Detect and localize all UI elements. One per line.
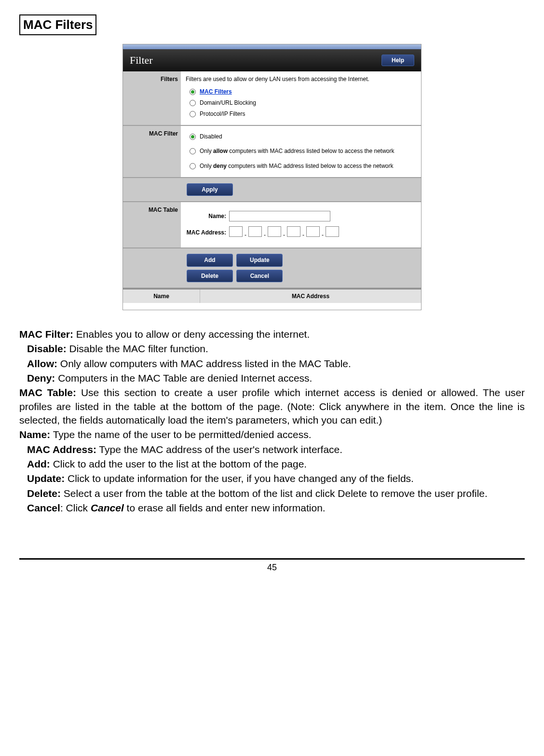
update-button[interactable]: Update bbox=[236, 254, 283, 266]
mac-seg-4[interactable] bbox=[287, 226, 300, 237]
window-titlebar bbox=[123, 44, 421, 49]
doc-mac-table: MAC Table: Use this section to create a … bbox=[19, 386, 525, 427]
doc-disable: Disable: Disable the MAC filter function… bbox=[19, 342, 525, 356]
label-protocol-filters: Protocol/IP Filters bbox=[200, 110, 245, 118]
macfilter-row: MAC Filter Disabled Only allow computers… bbox=[123, 126, 421, 178]
cancel-button[interactable]: Cancel bbox=[236, 270, 283, 282]
label-disabled: Disabled bbox=[200, 133, 222, 141]
doc-cancel: Cancel: Click Cancel to erase all fields… bbox=[19, 501, 525, 515]
mac-table-header: Name MAC Address bbox=[123, 289, 421, 303]
filters-row: Filters Filters are used to allow or den… bbox=[123, 71, 421, 126]
page-number: 45 bbox=[267, 563, 277, 572]
doc-update: Update: Click to update information for … bbox=[19, 472, 525, 485]
doc-delete: Delete: Select a user from the table at … bbox=[19, 487, 525, 500]
mac-seg-5[interactable] bbox=[306, 226, 320, 237]
action-row-label bbox=[123, 248, 181, 287]
radio-mac-filters[interactable] bbox=[190, 89, 196, 95]
mac-seg-3[interactable] bbox=[268, 226, 281, 237]
doc-deny: Deny: Computers in the MAC Table are den… bbox=[19, 371, 525, 385]
filters-row-label: Filters bbox=[123, 71, 181, 125]
label-allow: Only allow computers with MAC address li… bbox=[200, 147, 394, 155]
radio-allow[interactable] bbox=[190, 148, 196, 154]
apply-row-content: Apply bbox=[181, 178, 421, 201]
mac-sep: - bbox=[300, 231, 306, 239]
screenshot-container: Filter Help Filters Filters are used to … bbox=[19, 44, 525, 310]
action-row: Add Update Delete Cancel bbox=[123, 248, 421, 288]
radio-domain-blocking[interactable] bbox=[190, 100, 196, 106]
mac-sep: - bbox=[262, 231, 268, 239]
doc-name: Name: Type the name of the user to be pe… bbox=[19, 428, 525, 441]
radio-protocol-filters[interactable] bbox=[190, 111, 196, 117]
mac-sep: - bbox=[243, 231, 248, 239]
filters-content: Filters are used to allow or deny LAN us… bbox=[181, 71, 421, 125]
name-input[interactable] bbox=[229, 211, 330, 221]
radio-disabled[interactable] bbox=[190, 134, 196, 140]
th-name: Name bbox=[123, 289, 200, 303]
add-button[interactable]: Add bbox=[187, 254, 233, 266]
link-mac-filters[interactable]: MAC Filters bbox=[200, 88, 232, 96]
th-mac: MAC Address bbox=[200, 289, 421, 303]
doc-body: MAC Filter: Enables you to allow or deny… bbox=[19, 328, 525, 515]
action-row-content: Add Update Delete Cancel bbox=[181, 248, 421, 287]
page-title: MAC Filters bbox=[19, 14, 96, 35]
page-footer: 45 bbox=[19, 558, 525, 573]
mac-sep: - bbox=[320, 231, 326, 239]
delete-button[interactable]: Delete bbox=[187, 270, 233, 282]
filters-description: Filters are used to allow or deny LAN us… bbox=[186, 75, 416, 83]
macfilter-content: Disabled Only allow computers with MAC a… bbox=[181, 126, 421, 177]
mactable-row-label: MAC Table bbox=[123, 202, 181, 247]
mac-seg-1[interactable] bbox=[229, 226, 243, 237]
name-field-label: Name: bbox=[186, 212, 229, 220]
doc-mac-filter: MAC Filter: Enables you to allow or deny… bbox=[19, 328, 525, 341]
help-button[interactable]: Help bbox=[381, 55, 414, 66]
doc-macaddr: MAC Address: Type the MAC address of the… bbox=[19, 443, 525, 456]
mac-seg-6[interactable] bbox=[326, 226, 339, 237]
router-filter-panel: Filter Help Filters Filters are used to … bbox=[122, 44, 422, 310]
label-domain-blocking: Domain/URL Blocking bbox=[200, 99, 256, 107]
doc-allow: Allow: Only allow computers with MAC add… bbox=[19, 357, 525, 371]
panel-header-title: Filter bbox=[130, 53, 153, 68]
mactable-row: MAC Table Name: MAC Address: ----- bbox=[123, 202, 421, 248]
apply-row-label bbox=[123, 178, 181, 201]
label-deny: Only deny computers with MAC address lis… bbox=[200, 162, 394, 170]
macfilter-row-label: MAC Filter bbox=[123, 126, 181, 177]
radio-deny[interactable] bbox=[190, 163, 196, 169]
apply-row: Apply bbox=[123, 178, 421, 202]
doc-add: Add: Click to add the user to the list a… bbox=[19, 457, 525, 471]
mac-table-body bbox=[123, 303, 421, 310]
mactable-content: Name: MAC Address: ----- bbox=[181, 202, 421, 247]
panel-header: Filter Help bbox=[123, 49, 421, 71]
mac-address-label: MAC Address: bbox=[186, 229, 229, 236]
mac-sep: - bbox=[281, 231, 287, 239]
apply-button[interactable]: Apply bbox=[187, 183, 233, 196]
mac-seg-2[interactable] bbox=[248, 226, 262, 237]
panel-body: Filters Filters are used to allow or den… bbox=[123, 71, 421, 310]
